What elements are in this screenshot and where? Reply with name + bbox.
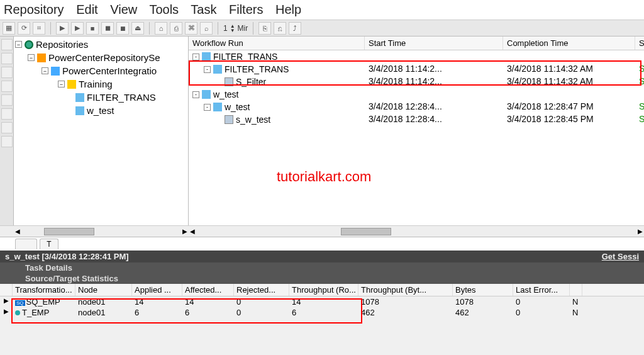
- vtb-4[interactable]: [1, 81, 13, 92]
- tree-root-repositories[interactable]: − Repositories: [14, 38, 188, 51]
- node-name: node01: [75, 296, 132, 307]
- expander-icon[interactable]: −: [28, 54, 35, 61]
- expander-icon[interactable]: −: [15, 41, 22, 48]
- tb-btn-10[interactable]: ⌂: [155, 22, 167, 35]
- tb-btn-7[interactable]: ◼: [101, 22, 114, 35]
- col-completion-time[interactable]: Completion Time: [503, 37, 635, 50]
- col-workflow-run[interactable]: Workflow Run: [189, 37, 365, 50]
- navigator-tree[interactable]: − Repositories − PowerCenterRepositorySe…: [14, 37, 189, 225]
- tree-repo[interactable]: − PowerCenterRepositorySe: [14, 51, 188, 64]
- vtb-3[interactable]: [1, 67, 13, 78]
- expander-icon[interactable]: -: [204, 104, 211, 111]
- vtb-5[interactable]: [1, 94, 13, 106]
- expander-icon[interactable]: -: [192, 91, 199, 98]
- scroll-left[interactable]: ◀: [14, 228, 21, 235]
- task-details-header: Task Details: [0, 262, 644, 273]
- tb-btn-16[interactable]: ⤴: [289, 22, 301, 35]
- workflow-run-row[interactable]: -FILTER_TRANS3/4/2018 11:14:2...3/4/2018…: [189, 63, 644, 76]
- spinner-down[interactable]: ▼: [230, 28, 235, 33]
- workflow-run-grid[interactable]: Workflow Run Start Time Completion Time …: [189, 37, 644, 225]
- tb-btn-3[interactable]: ⌗: [33, 22, 45, 35]
- scroll-left[interactable]: ◀: [189, 228, 196, 235]
- tab-a[interactable]: [15, 239, 37, 249]
- stats-row[interactable]: ▶T_EMPnode0166064624620N: [0, 307, 644, 318]
- tb-btn-1[interactable]: ▦: [3, 22, 15, 35]
- tree-wf-filter-trans[interactable]: FILTER_TRANS: [14, 91, 188, 104]
- col-bytes[interactable]: Bytes: [453, 284, 513, 296]
- rejected-rows: 0: [234, 307, 289, 318]
- tree-label: FILTER_TRANS: [87, 92, 156, 103]
- menu-help[interactable]: Help: [275, 3, 301, 16]
- col-start-time[interactable]: Start Time: [365, 37, 503, 50]
- vtb-1[interactable]: [1, 39, 13, 50]
- tb-btn-14[interactable]: ⎘: [258, 22, 271, 35]
- run-name: FILTER_TRANS: [213, 52, 277, 62]
- stats-row[interactable]: ▶SQSQ_EMPnode011414014107810780N: [0, 296, 644, 307]
- tb-btn-9[interactable]: ⏏: [131, 22, 144, 35]
- tb-btn-5[interactable]: ▶: [71, 22, 84, 35]
- tab-b[interactable]: T: [40, 239, 58, 249]
- scroll-right[interactable]: ▶: [636, 228, 644, 235]
- expander-icon[interactable]: -: [192, 54, 199, 60]
- repo-icon: [37, 54, 46, 62]
- session-title: s_w_test [3/4/2018 12:28:41 PM]: [5, 252, 129, 261]
- completion-time: [503, 88, 635, 101]
- expander-icon[interactable]: −: [42, 67, 48, 74]
- col-applied[interactable]: Applied ...: [132, 284, 182, 296]
- wf-icon: [213, 65, 222, 74]
- session-titlebar: s_w_test [3/4/2018 12:28:41 PM] Get Sess…: [0, 251, 644, 262]
- expander-icon[interactable]: -: [204, 66, 211, 73]
- throughput-bytes: 462: [358, 307, 453, 318]
- tree-integration[interactable]: − PowerCenterIntegratio: [14, 64, 188, 77]
- transformation-name: SQSQ_EMP: [13, 296, 75, 307]
- workflow-run-row[interactable]: s_w_test3/4/2018 12:28:4...3/4/2018 12:2…: [189, 113, 644, 126]
- menu-tools[interactable]: Tools: [149, 3, 179, 16]
- wf-icon: [202, 52, 211, 61]
- get-session-link[interactable]: Get Sessi: [602, 252, 639, 261]
- expander-icon[interactable]: −: [58, 81, 65, 87]
- scrollbar-thumb[interactable]: [341, 228, 391, 235]
- workflow-icon: [75, 106, 84, 115]
- vtb-8[interactable]: [1, 136, 13, 147]
- tb-btn-4[interactable]: ▶: [56, 22, 69, 35]
- tree-folder-training[interactable]: − Training: [14, 77, 188, 91]
- vtb-7[interactable]: [1, 122, 13, 133]
- col-throughput-bytes[interactable]: Throughput (Byt...: [358, 284, 453, 296]
- tb-btn-12[interactable]: ⌘: [185, 22, 197, 35]
- menu-filters[interactable]: Filters: [229, 3, 263, 16]
- col-throughput-rows[interactable]: Throughput (Ro...: [289, 284, 358, 296]
- menu-view[interactable]: View: [110, 3, 137, 16]
- horizontal-scrollbars: ◀▶ ◀▶: [0, 225, 644, 237]
- tb-btn-6[interactable]: ■: [86, 22, 99, 35]
- menu-repository[interactable]: Repository: [4, 3, 64, 16]
- vtb-2[interactable]: [1, 53, 13, 64]
- run-name: w_test: [225, 102, 250, 112]
- workflow-run-row[interactable]: S_Filter3/4/2018 11:14:2...3/4/2018 11:1…: [189, 76, 644, 88]
- vtb-6[interactable]: [1, 108, 13, 120]
- tb-btn-15[interactable]: ⎌: [274, 22, 286, 35]
- tb-btn-13[interactable]: ⌕: [200, 22, 213, 35]
- col-status[interactable]: Status: [635, 37, 644, 50]
- col-node[interactable]: Node: [75, 284, 132, 296]
- tb-btn-11[interactable]: ⎙: [170, 22, 182, 35]
- integration-icon: [51, 67, 60, 76]
- tree-label: w_test: [87, 105, 114, 116]
- menu-task[interactable]: Task: [191, 3, 216, 16]
- status: [635, 88, 644, 101]
- col-transformation[interactable]: Transformatio...: [13, 284, 75, 296]
- run-name: s_w_test: [236, 115, 270, 125]
- start-time: 3/4/2018 12:28:4...: [365, 113, 503, 126]
- tree-wf-w-test[interactable]: w_test: [14, 104, 188, 117]
- workflow-run-row[interactable]: -FILTER_TRANS: [189, 50, 644, 63]
- col-affected[interactable]: Affected...: [182, 284, 234, 296]
- col-rejected[interactable]: Rejected...: [234, 284, 289, 296]
- scroll-right[interactable]: ▶: [181, 228, 189, 235]
- menu-edit[interactable]: Edit: [76, 3, 97, 16]
- workflow-run-row[interactable]: -w_test3/4/2018 12:28:4...3/4/2018 12:28…: [189, 101, 644, 113]
- scrollbar-thumb[interactable]: [44, 228, 94, 235]
- tb-btn-8[interactable]: ⏹: [116, 22, 129, 35]
- workflow-run-row[interactable]: -w_test: [189, 88, 644, 101]
- start-time: [365, 50, 503, 63]
- tb-btn-2[interactable]: ⟳: [18, 22, 30, 35]
- col-last-error[interactable]: Last Error...: [513, 284, 570, 296]
